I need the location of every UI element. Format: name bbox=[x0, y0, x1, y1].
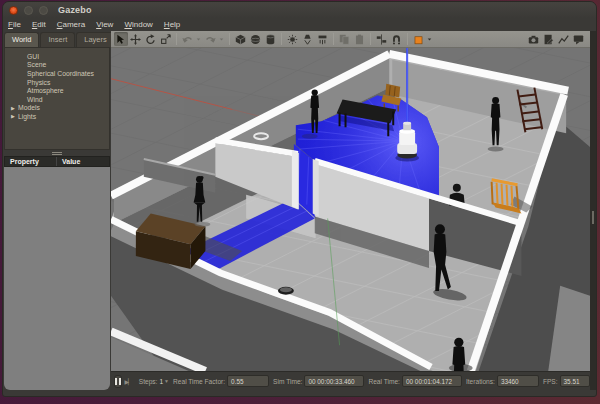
toolbar-separator bbox=[176, 33, 177, 45]
pause-button[interactable] bbox=[114, 375, 122, 388]
toolbar-separator bbox=[229, 33, 230, 45]
screenshot-button[interactable] bbox=[527, 32, 541, 46]
sidebar: WorldInsertLayers GUISceneSpherical Coor… bbox=[3, 31, 111, 390]
viewport-edge-splitter[interactable] bbox=[590, 31, 596, 390]
world-tree: GUISceneSpherical CoordinatesPhysicsAtmo… bbox=[4, 47, 110, 150]
tree-item-atmosphere[interactable]: Atmosphere bbox=[5, 86, 109, 95]
tab-world[interactable]: World bbox=[4, 32, 39, 47]
redo-button[interactable] bbox=[204, 32, 218, 46]
menu-edit[interactable]: Edit bbox=[32, 20, 46, 29]
window-title: Gazebo bbox=[58, 5, 92, 15]
scale-button[interactable] bbox=[159, 32, 173, 46]
steps-label: Steps: bbox=[139, 378, 158, 385]
maximize-button[interactable] bbox=[39, 6, 48, 15]
spot-light-icon bbox=[302, 34, 313, 45]
chat-icon bbox=[573, 34, 584, 45]
align-button[interactable] bbox=[375, 32, 389, 46]
menubar: FileEditCameraViewWindowHelp bbox=[3, 18, 596, 31]
expand-arrow-icon[interactable]: ▶ bbox=[11, 105, 18, 111]
translate-icon bbox=[130, 34, 141, 45]
real-time-value[interactable]: 00 00:01:04.172 bbox=[402, 375, 462, 387]
close-button[interactable] bbox=[9, 6, 18, 15]
snap-button[interactable] bbox=[390, 32, 404, 46]
rotate-button[interactable] bbox=[144, 32, 158, 46]
fps-value[interactable]: 35.51 bbox=[560, 375, 590, 387]
undo-button[interactable] bbox=[181, 32, 195, 46]
property-column-header: Property bbox=[5, 157, 57, 166]
real-time-label: Real Time: bbox=[368, 378, 400, 385]
undo-icon bbox=[182, 34, 193, 45]
tree-item-label: Lights bbox=[18, 113, 36, 120]
expand-arrow-icon[interactable]: ▶ bbox=[11, 113, 18, 119]
directional-light-button[interactable] bbox=[316, 32, 330, 46]
menu-help[interactable]: Help bbox=[164, 20, 180, 29]
toolbar-separator bbox=[407, 33, 408, 45]
redo-icon bbox=[205, 34, 216, 45]
tree-item-label: Atmosphere bbox=[18, 87, 64, 94]
tree-item-physics[interactable]: Physics bbox=[5, 78, 109, 87]
tree-item-models[interactable]: ▶Models bbox=[5, 104, 109, 113]
menu-file[interactable]: File bbox=[8, 20, 21, 29]
log-record-button[interactable] bbox=[542, 32, 556, 46]
tree-item-label: Models bbox=[18, 104, 40, 111]
translate-button[interactable] bbox=[129, 32, 143, 46]
iterations-value[interactable]: 33460 bbox=[497, 375, 539, 387]
tab-insert[interactable]: Insert bbox=[40, 32, 75, 47]
log-icon bbox=[543, 34, 554, 45]
sim-time-label: Sim Time: bbox=[273, 378, 302, 385]
person-6[interactable] bbox=[452, 338, 465, 371]
tree-item-label: Spherical Coordinates bbox=[18, 70, 94, 77]
real-time-factor-value[interactable]: 0.55 bbox=[227, 375, 269, 387]
paste-button[interactable] bbox=[353, 32, 367, 46]
caret-icon bbox=[427, 36, 434, 43]
point-light-button[interactable] bbox=[286, 32, 300, 46]
tree-item-lights[interactable]: ▶Lights bbox=[5, 112, 109, 121]
menu-view[interactable]: View bbox=[96, 20, 113, 29]
spot-light-button[interactable] bbox=[301, 32, 315, 46]
real-time-factor-label: Real Time Factor: bbox=[173, 378, 225, 385]
tree-item-wind[interactable]: Wind bbox=[5, 95, 109, 104]
copy-button[interactable] bbox=[338, 32, 352, 46]
caret-icon bbox=[219, 36, 226, 43]
paste-icon bbox=[354, 34, 365, 45]
sphere-icon bbox=[250, 34, 261, 45]
select-arrow-icon bbox=[115, 34, 126, 45]
plot-icon bbox=[558, 34, 569, 45]
redo-history-button[interactable] bbox=[219, 32, 226, 46]
menu-window[interactable]: Window bbox=[124, 20, 152, 29]
splitter-handle[interactable] bbox=[592, 211, 594, 224]
minimize-button[interactable] bbox=[24, 6, 33, 15]
bowl[interactable] bbox=[278, 287, 294, 295]
toolbar-separator bbox=[333, 33, 334, 45]
view-angle-menu-button[interactable] bbox=[427, 32, 434, 46]
scene-3d[interactable] bbox=[111, 48, 590, 371]
titlebar[interactable]: Gazebo bbox=[3, 2, 596, 18]
property-table-body[interactable] bbox=[4, 167, 110, 390]
steps-value[interactable]: 1 bbox=[159, 378, 163, 385]
undo-history-button[interactable] bbox=[196, 32, 203, 46]
plot-button[interactable] bbox=[557, 32, 571, 46]
sim-time-value[interactable]: 00 00:00:33.460 bbox=[304, 375, 364, 387]
tree-item-scene[interactable]: Scene bbox=[5, 61, 109, 70]
data-logger-button[interactable] bbox=[572, 32, 586, 46]
tree-item-gui[interactable]: GUI bbox=[5, 52, 109, 61]
tab-layers[interactable]: Layers bbox=[76, 32, 115, 47]
tree-item-label: GUI bbox=[18, 53, 39, 60]
step-button[interactable]: ▶▏ bbox=[124, 375, 133, 388]
fps-label: FPS: bbox=[543, 378, 558, 385]
tree-item-label: Scene bbox=[18, 61, 46, 68]
tree-item-label: Physics bbox=[18, 79, 50, 86]
toolbar-separator bbox=[370, 33, 371, 45]
doorjamb-left bbox=[292, 150, 299, 209]
iterations-label: Iterations: bbox=[466, 378, 495, 385]
render-viewport[interactable] bbox=[111, 48, 590, 371]
box-button[interactable] bbox=[234, 32, 248, 46]
rotate-icon bbox=[145, 34, 156, 45]
select-button[interactable] bbox=[114, 32, 128, 46]
doorjamb-right bbox=[313, 159, 319, 216]
sphere-button[interactable] bbox=[249, 32, 263, 46]
menu-camera[interactable]: Camera bbox=[57, 20, 85, 29]
cylinder-button[interactable] bbox=[264, 32, 278, 46]
view-angle-button[interactable] bbox=[412, 32, 426, 46]
tree-item-spherical-coordinates[interactable]: Spherical Coordinates bbox=[5, 69, 109, 78]
